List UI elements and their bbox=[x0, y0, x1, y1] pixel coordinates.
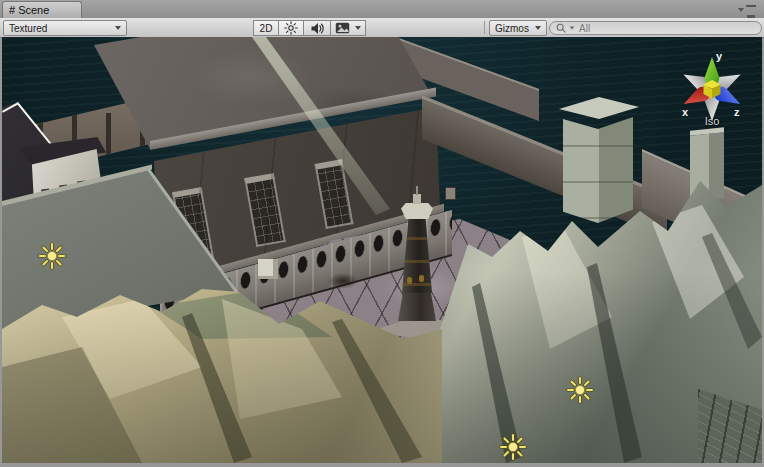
sun-icon bbox=[284, 21, 298, 35]
search-input[interactable]: All bbox=[549, 21, 762, 35]
tab-bar: # Scene bbox=[0, 0, 764, 19]
obelisk-tower-base bbox=[398, 289, 436, 321]
light-gizmo[interactable] bbox=[499, 433, 527, 461]
dropdown-arrow-icon bbox=[355, 26, 361, 30]
dropdown-arrow-icon bbox=[535, 26, 541, 30]
shading-mode-dropdown[interactable]: Textured bbox=[3, 20, 127, 36]
2d-toggle-button[interactable]: 2D bbox=[253, 20, 279, 36]
projection-mode-label[interactable]: Iso bbox=[670, 115, 754, 127]
obelisk-tower-cap bbox=[401, 203, 433, 219]
search-filter-value: All bbox=[579, 23, 590, 34]
tab-scene[interactable]: # Scene bbox=[2, 1, 82, 18]
dropdown-arrow-icon bbox=[115, 26, 121, 30]
tab-scene-label: Scene bbox=[18, 4, 49, 16]
scene-viewport[interactable]: y x z Iso bbox=[2, 37, 762, 463]
scene-tab-grid-icon: # bbox=[9, 4, 15, 16]
search-filter-arrow-icon bbox=[570, 26, 575, 29]
building-window bbox=[244, 173, 286, 247]
gizmos-dropdown[interactable]: Gizmos bbox=[489, 20, 547, 36]
gizmos-label: Gizmos bbox=[495, 23, 529, 34]
obelisk-tower-spike bbox=[416, 186, 418, 195]
speaker-icon bbox=[310, 22, 324, 35]
scene-panel: # Scene Textured 2D bbox=[0, 0, 764, 467]
tab-options-menu-icon[interactable] bbox=[738, 4, 756, 15]
scene-audio-toggle-button[interactable] bbox=[303, 20, 331, 36]
magnifier-icon bbox=[556, 23, 567, 34]
shading-mode-label: Textured bbox=[9, 23, 47, 34]
toolbar-divider bbox=[484, 21, 485, 34]
2d-toggle-label: 2D bbox=[260, 23, 273, 34]
floor-stain bbox=[328, 273, 358, 289]
scene-toolbar: Textured 2D bbox=[0, 18, 764, 38]
axis-label-y: y bbox=[716, 50, 723, 62]
dropdown-arrow-icon bbox=[738, 8, 744, 12]
light-gizmo[interactable] bbox=[38, 242, 66, 270]
gold-ornament bbox=[419, 275, 424, 282]
effects-dropdown-button[interactable] bbox=[330, 20, 366, 36]
obelisk-tower-finial bbox=[413, 194, 421, 204]
light-gizmo[interactable] bbox=[566, 376, 594, 404]
gold-ornament bbox=[407, 277, 412, 284]
wall-emblem bbox=[445, 187, 456, 200]
hamburger-icon bbox=[746, 5, 756, 15]
image-icon bbox=[335, 22, 350, 34]
scene-lighting-toggle-button[interactable] bbox=[278, 20, 304, 36]
stone-pedestal bbox=[258, 259, 278, 279]
